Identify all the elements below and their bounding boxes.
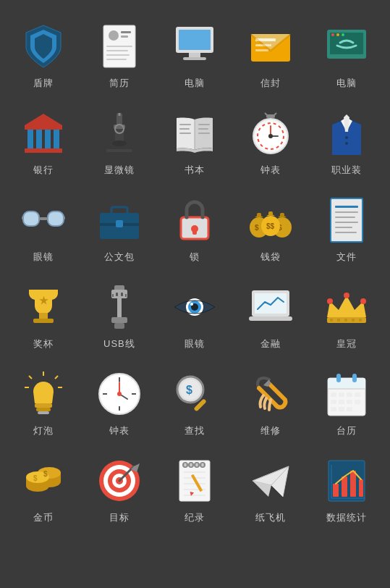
- svg-text:★: ★: [39, 295, 48, 306]
- svg-point-108: [360, 298, 366, 304]
- list-item: 维修: [234, 362, 308, 443]
- svg-rect-84: [335, 227, 352, 228]
- list-item: 钟表: [83, 362, 156, 443]
- svg-point-106: [327, 298, 333, 304]
- svg-rect-78: [331, 198, 363, 242]
- svg-point-101: [190, 303, 193, 306]
- list-item: 简历: [83, 14, 156, 96]
- svg-rect-82: [335, 217, 355, 218]
- svg-rect-81: [335, 211, 358, 213]
- svg-rect-73: [280, 213, 284, 217]
- svg-rect-25: [25, 125, 62, 130]
- svg-marker-24: [25, 114, 62, 125]
- svg-rect-76: [268, 211, 273, 216]
- svg-point-54: [345, 136, 348, 139]
- list-item: 纪录: [158, 449, 232, 530]
- svg-rect-3: [121, 31, 131, 33]
- svg-point-34: [112, 140, 127, 146]
- svg-rect-4: [121, 35, 128, 38]
- list-item: ★ 奖杯: [7, 275, 80, 356]
- svg-rect-146: [339, 400, 344, 404]
- list-item: 信封: [234, 14, 308, 96]
- svg-line-117: [29, 376, 32, 379]
- svg-text:$$: $$: [266, 222, 275, 230]
- svg-text:$: $: [43, 470, 48, 478]
- svg-rect-137: [328, 378, 365, 390]
- svg-rect-87: [33, 319, 54, 323]
- list-item: 目标: [83, 449, 156, 530]
- list-item: 公文包: [83, 188, 156, 269]
- svg-rect-42: [198, 124, 210, 125]
- svg-rect-10: [179, 30, 211, 50]
- svg-text:$: $: [33, 474, 38, 482]
- list-item: 皇冠: [310, 275, 383, 356]
- svg-rect-68: [192, 229, 197, 235]
- svg-line-115: [55, 376, 58, 379]
- list-item: 锁: [158, 188, 232, 269]
- svg-rect-112: [352, 319, 355, 322]
- svg-rect-119: [35, 403, 52, 408]
- svg-rect-104: [249, 316, 292, 321]
- list-item: $ $ $$ 钱袋: [234, 188, 308, 269]
- svg-rect-91: [117, 298, 122, 319]
- svg-rect-29: [45, 130, 51, 148]
- svg-rect-141: [331, 392, 336, 397]
- list-item: 纸飞机: [234, 449, 308, 530]
- svg-rect-86: [39, 313, 48, 319]
- svg-rect-186: [333, 484, 339, 497]
- list-item: 灯泡: [7, 362, 80, 443]
- svg-point-22: [336, 33, 339, 36]
- svg-rect-26: [25, 148, 62, 153]
- svg-rect-187: [342, 476, 347, 497]
- svg-rect-188: [350, 471, 356, 497]
- svg-rect-111: [344, 319, 347, 322]
- svg-rect-44: [198, 133, 210, 134]
- svg-rect-148: [355, 400, 360, 404]
- svg-rect-7: [106, 54, 130, 56]
- svg-rect-150: [339, 407, 344, 411]
- svg-rect-85: [335, 232, 357, 233]
- list-item: USB线: [83, 275, 156, 356]
- svg-rect-12: [183, 57, 206, 60]
- svg-point-23: [342, 33, 344, 36]
- list-item: 眼镜: [158, 275, 232, 356]
- svg-rect-11: [189, 53, 200, 57]
- list-item: 台历: [310, 362, 383, 443]
- svg-rect-139: [336, 374, 341, 382]
- icon-grid: 盾牌 简历 电: [7, 14, 383, 530]
- svg-line-53: [274, 113, 276, 116]
- svg-rect-113: [359, 319, 362, 322]
- svg-text:$: $: [186, 384, 192, 396]
- svg-rect-120: [36, 408, 51, 411]
- svg-rect-109: [330, 319, 333, 322]
- svg-rect-140: [352, 374, 357, 382]
- svg-marker-180: [253, 466, 289, 497]
- list-item: 书本: [158, 101, 232, 182]
- svg-rect-151: [347, 407, 352, 411]
- svg-line-52: [265, 113, 268, 116]
- list-item: 文件: [310, 188, 383, 269]
- svg-point-2: [109, 30, 119, 41]
- svg-rect-60: [39, 217, 48, 220]
- svg-rect-103: [255, 293, 287, 314]
- svg-rect-40: [179, 128, 190, 130]
- list-item: 金融: [234, 275, 308, 356]
- svg-rect-70: [257, 213, 261, 217]
- svg-rect-189: [359, 479, 363, 497]
- svg-rect-41: [179, 133, 191, 134]
- svg-point-51: [268, 134, 273, 138]
- svg-rect-35: [106, 149, 132, 152]
- svg-point-107: [344, 293, 349, 298]
- svg-rect-27: [27, 130, 33, 148]
- svg-rect-138: [328, 388, 365, 390]
- svg-point-130: [117, 392, 122, 396]
- svg-point-55: [345, 142, 348, 145]
- svg-text:$: $: [255, 224, 259, 232]
- svg-rect-20: [330, 33, 363, 54]
- svg-rect-121: [38, 411, 49, 414]
- svg-rect-30: [54, 130, 59, 148]
- list-item: 电脑: [158, 14, 232, 96]
- svg-point-21: [331, 33, 334, 36]
- svg-rect-39: [179, 124, 191, 125]
- list-item: $ $ 金币: [7, 449, 80, 530]
